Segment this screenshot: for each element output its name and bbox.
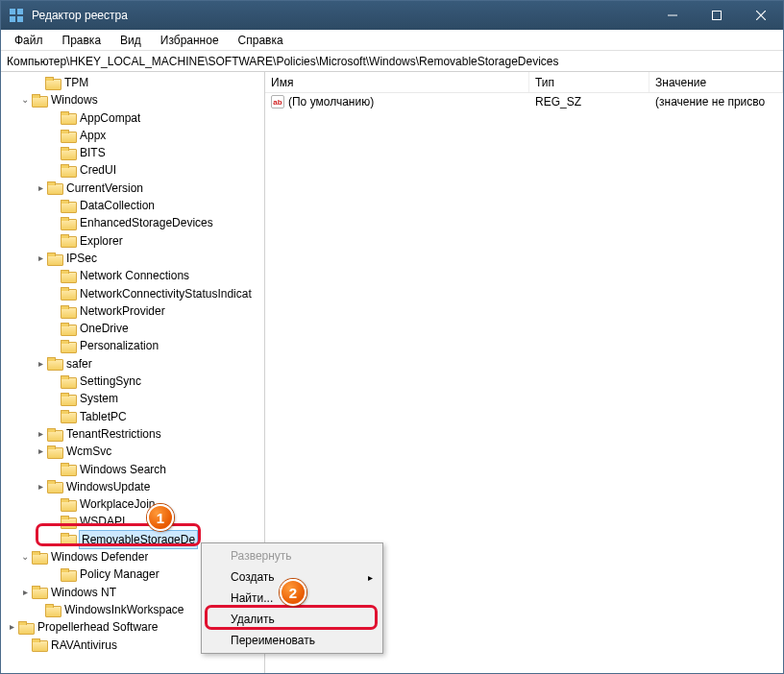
folder-icon [61,568,76,581]
folder-icon [61,287,76,300]
col-type[interactable]: Тип [529,72,649,92]
svg-rect-2 [10,16,15,22]
folder-icon [61,516,76,528]
tree-node[interactable]: ▸WindowsUpdate [1,478,264,495]
tree-node-windows[interactable]: ⌄Windows [1,91,264,108]
maximize-button[interactable] [695,1,739,30]
folder-icon [47,445,62,458]
menu-view[interactable]: Вид [110,32,151,49]
svg-rect-5 [713,12,722,20]
string-value-icon: ab [271,95,284,108]
tree-node[interactable]: ▸WorkplaceJoin [1,495,264,513]
folder-icon [61,130,76,142]
ctx-rename[interactable]: Переименовать [204,630,380,651]
titlebar[interactable]: Редактор реестра [1,1,783,30]
col-name[interactable]: Имя [265,72,529,92]
tree-node[interactable]: ▸System [1,390,264,407]
tree-node[interactable]: ▸BITS [1,144,264,161]
tree-node-tpm[interactable]: ▸TPM [1,74,264,91]
folder-icon [61,375,76,388]
svg-rect-1 [17,9,23,14]
folder-icon [47,357,62,370]
value-type: REG_SZ [529,95,649,108]
folder-icon [32,586,47,598]
tree-node[interactable]: ▸WSDAPI [1,513,264,530]
tree-node[interactable]: ▸AppCompat [1,109,264,127]
folder-icon [61,200,76,212]
tree-node[interactable]: ▸CurrentVersion [1,180,264,197]
tree-node[interactable]: ▸TabletPC [1,408,264,425]
tree-node[interactable]: ▸SettingSync [1,373,264,390]
expander-icon[interactable]: ▸ [34,478,47,495]
tree-node[interactable]: ▸Personalization [1,337,264,354]
app-icon [9,8,24,23]
tree-node[interactable]: ▸safer [1,355,264,373]
value-row-default[interactable]: ab (По умолчанию) REG_SZ (значение не пр… [265,93,783,110]
content: ▸TPM ⌄Windows ▸AppCompat ▸Appx ▸BITS ▸Cr… [1,72,783,673]
folder-icon [61,410,76,422]
folder-icon [47,480,62,493]
tree-node[interactable]: ▸TenantRestrictions [1,425,264,443]
annotation-marker-1: 1 [147,504,174,531]
folder-icon [45,77,61,89]
folder-icon [47,253,62,265]
expander-icon[interactable]: ▸ [5,618,18,636]
folder-icon [47,428,62,441]
window-title: Редактор реестра [32,9,128,22]
folder-icon [61,147,76,159]
menu-edit[interactable]: Правка [53,32,111,49]
folder-icon [61,340,76,352]
folder-icon [61,323,76,335]
menu-favorites[interactable]: Избранное [151,32,229,49]
expander-icon[interactable]: ▸ [34,180,47,197]
annotation-marker-2: 2 [280,579,306,606]
tree-node[interactable]: ▸NetworkConnectivityStatusIndicat [1,285,264,302]
folder-icon [32,551,47,564]
tree-node[interactable]: ▸WcmSvc [1,443,264,460]
folder-icon [61,270,76,282]
registry-editor-window: Редактор реестра Файл Правка Вид Избранн… [0,0,784,674]
expander-icon[interactable]: ▸ [18,584,32,601]
address-bar[interactable]: Компьютер\HKEY_LOCAL_MACHINE\SOFTWARE\Po… [1,51,783,72]
menu-help[interactable]: Справка [229,32,293,49]
tree-node[interactable]: ▸Windows Search [1,461,264,478]
tree-node[interactable]: ▸Appx [1,127,264,144]
tree-node[interactable]: ▸Explorer [1,232,264,250]
folder-icon [61,305,76,318]
list-header: Имя Тип Значение [265,72,783,93]
expander-icon[interactable]: ⌄ [18,91,32,108]
submenu-arrow-icon: ▸ [368,572,373,583]
tree-node[interactable]: ▸CredUI [1,161,264,179]
folder-icon [18,621,34,634]
folder-icon [61,217,76,229]
folder-icon [61,234,76,247]
minimize-button[interactable] [650,1,695,30]
expander-icon[interactable]: ▸ [34,425,47,443]
tree-node[interactable]: ▸NetworkProvider [1,302,264,320]
tree-node[interactable]: ▸EnhancedStorageDevices [1,214,264,231]
ctx-expand[interactable]: Развернуть [204,545,380,566]
expander-icon[interactable]: ▸ [34,443,47,460]
folder-icon [45,604,61,616]
expander-icon[interactable]: ▸ [34,250,47,267]
value-name: (По умолчанию) [288,95,374,108]
folder-icon [61,498,76,511]
tree-node[interactable]: ▸OneDrive [1,320,264,337]
close-button[interactable] [739,1,783,30]
expander-icon[interactable]: ⌄ [18,548,32,566]
folder-icon [32,638,47,651]
folder-icon [61,533,76,545]
tree-node[interactable]: ▸Network Connections [1,267,264,284]
expander-icon[interactable]: ▸ [34,355,47,373]
folder-icon [61,463,76,475]
tree-node[interactable]: ▸IPSec [1,250,264,267]
folder-icon [61,164,76,177]
tree-node[interactable]: ▸DataCollection [1,197,264,214]
folder-icon [47,181,62,194]
svg-rect-3 [17,16,23,22]
ctx-delete[interactable]: Удалить [204,609,380,630]
menubar: Файл Правка Вид Избранное Справка [1,30,783,51]
folder-icon [32,94,47,107]
col-value[interactable]: Значение [649,72,783,92]
menu-file[interactable]: Файл [5,32,53,49]
